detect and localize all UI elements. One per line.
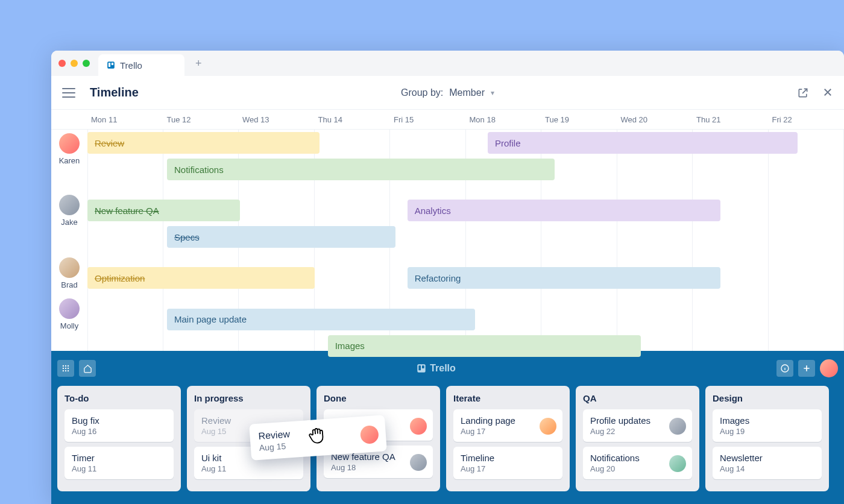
menu-icon[interactable] [62,88,75,98]
page-title: Timeline [90,86,139,99]
timeline-member: Jake [51,195,87,227]
svg-rect-1 [109,63,110,67]
member-name: Brad [51,280,87,289]
minimize-window-button[interactable] [71,60,78,67]
chevron-down-icon: ▾ [491,89,494,97]
timeline-date: Tue 19 [541,110,617,129]
svg-rect-2 [112,63,113,65]
board-lists: To-doBug fixAug 16TimerAug 11In progress… [57,386,838,491]
timeline-bar[interactable]: Analytics [408,200,720,221]
board-card[interactable]: TimerAug 11 [65,447,174,479]
card-title: Timeline [461,453,555,463]
card-title: Newsletter [720,453,814,463]
svg-point-8 [68,368,69,369]
member-avatar [59,298,80,319]
timeline-bar[interactable]: Refactoring [408,267,720,289]
card-avatar [669,418,686,435]
close-icon[interactable] [822,87,833,98]
timeline-date: Fri 22 [769,110,845,129]
board-card[interactable]: NewsletterAug 14 [713,447,822,479]
timeline-bar[interactable]: New feature QA [87,200,240,221]
grab-cursor-icon [304,423,330,449]
trello-logo-icon [417,364,426,373]
browser-tab[interactable]: Trello [98,54,184,76]
card-date: Aug 16 [72,427,166,436]
member-avatar [59,195,80,215]
list-title: QA [583,393,692,403]
board-card[interactable]: ImagesAug 19 [713,409,822,442]
card-date: Aug 17 [461,464,555,473]
card-avatar [410,418,427,435]
timeline-date: Thu 14 [315,110,391,129]
trello-logo-icon [107,61,115,69]
apps-grid-icon[interactable] [57,360,74,377]
svg-point-6 [63,368,64,369]
timeline-bar[interactable]: Images [328,335,641,357]
timeline-bar[interactable]: Specs [167,226,395,248]
close-window-button[interactable] [58,60,66,67]
app-window: Trello + Timeline Group by: Member ▾ Mon… [51,51,844,504]
trello-board: Trello To-doBug fixAug 16TimerAug 11In p… [51,351,844,504]
list-title: Done [324,393,433,403]
svg-rect-14 [422,365,424,368]
maximize-window-button[interactable] [83,60,90,67]
window-controls [58,60,90,67]
board-brand: Trello [417,363,456,374]
member-name: Jake [51,218,87,227]
svg-point-9 [63,370,64,371]
member-avatar [59,133,80,154]
group-by-selector[interactable]: Group by: Member ▾ [401,87,494,98]
list-title: Iterate [453,393,562,403]
board-list[interactable]: IterateLanding pageAug 17TimelineAug 17 [446,386,570,491]
new-tab-button[interactable]: + [195,57,202,70]
info-icon[interactable] [776,360,793,377]
timeline-bar[interactable]: Optimization [87,267,315,289]
board-card[interactable]: Landing pageAug 17 [453,409,562,442]
svg-rect-12 [417,364,425,372]
timeline-date: Fri 15 [390,110,466,129]
svg-point-3 [63,365,64,367]
card-avatar [410,454,427,471]
card-title: Bug fix [72,415,166,426]
open-external-icon[interactable] [797,87,809,99]
group-by-value: Member [449,87,485,98]
card-date: Aug 11 [201,464,296,473]
member-name: Molly [51,321,87,330]
timeline-member: Brad [51,257,87,289]
board-list[interactable]: To-doBug fixAug 16TimerAug 11 [57,386,181,491]
card-avatar [540,418,556,435]
card-title: Images [720,415,814,426]
board-list[interactable]: QAProfile updatesAug 22NotificationsAug … [576,386,699,491]
board-list[interactable]: DesignImagesAug 19NewsletterAug 14 [705,386,829,491]
tab-title: Trello [120,60,142,71]
svg-point-11 [68,370,69,371]
home-icon[interactable] [79,360,96,377]
card-date: Aug 14 [720,464,814,473]
card-date: Aug 11 [72,464,166,473]
timeline-date: Wed 13 [239,110,315,129]
timeline-member: Karen [51,133,87,165]
board-card[interactable]: Profile updatesAug 22 [583,409,692,442]
timeline-bar[interactable]: Main page update [167,309,475,330]
list-title: Design [713,393,822,403]
timeline-date-header: Mon 11Tue 12Wed 13Thu 14Fri 15Mon 18Tue … [51,110,844,129]
svg-point-10 [65,370,66,371]
add-button[interactable] [798,360,815,377]
svg-point-7 [65,368,66,369]
timeline-bar[interactable]: Profile [488,132,798,154]
timeline-date: Tue 12 [163,110,239,129]
board-card[interactable]: TimelineAug 17 [453,447,562,479]
board-card[interactable]: NotificationsAug 20 [583,447,692,479]
timeline-bar[interactable]: Notifications [167,159,555,180]
user-avatar[interactable] [820,359,838,377]
timeline-date: Mon 11 [87,110,163,129]
svg-point-5 [68,365,69,367]
list-title: To-do [65,393,174,403]
brand-label: Trello [430,363,456,374]
member-name: Karen [51,156,87,165]
timeline-bar[interactable]: Review [87,132,320,154]
page-header: Timeline Group by: Member ▾ [51,76,844,110]
timeline-grid: KarenJakeBradMolly ReviewProfileNotifica… [51,129,844,351]
browser-tabbar: Trello + [51,51,844,76]
board-card[interactable]: Bug fixAug 16 [65,409,174,442]
